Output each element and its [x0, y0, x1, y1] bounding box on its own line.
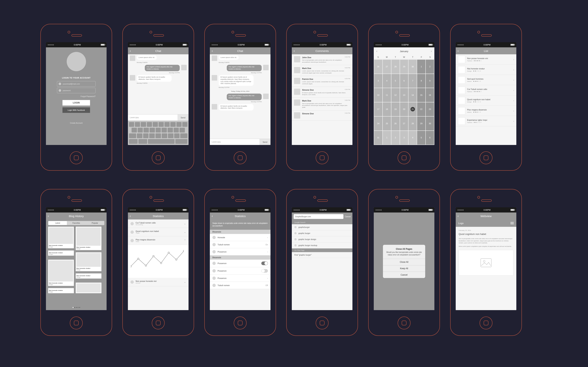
settings-row[interactable]: Tubuli nomenOff [210, 282, 270, 289]
blog-card[interactable]: Nisi honeste vivaturDesign [48, 227, 74, 248]
back-icon[interactable]: ‹ [212, 49, 213, 53]
hamburger-icon[interactable] [510, 222, 514, 224]
back-icon[interactable]: ‹ [294, 49, 295, 53]
back-icon[interactable]: ‹ [48, 214, 49, 218]
forgot-password-link[interactable]: Forgot Password? [81, 95, 95, 97]
calendar-day[interactable]: 1 [417, 60, 425, 74]
calendar-day[interactable]: 25 [383, 117, 391, 131]
calendar-day[interactable]: 15 [417, 88, 425, 102]
search-suggestion[interactable]: graphic burger design [292, 236, 352, 242]
settings-row[interactable]: Possenon› [210, 248, 270, 255]
calendar-day[interactable]: 4 [408, 131, 417, 145]
blog-card[interactable]: Nisi honeste vivaturDesign [48, 260, 74, 286]
calendar-day[interactable]: 17 [374, 102, 382, 116]
tab-latest[interactable]: Latest [48, 221, 67, 225]
settings-row[interactable]: Possenon [210, 260, 270, 267]
search-input[interactable]: GraphicBurger.com [294, 214, 343, 219]
calendar-day[interactable]: 29 [400, 60, 408, 74]
calendar-day[interactable]: 27 [400, 117, 408, 131]
settings-row[interactable]: Possenon› [210, 275, 270, 282]
calendar-day[interactable]: 13 [400, 88, 408, 102]
search-suggestion[interactable]: graphic burger mockup [292, 242, 352, 249]
back-icon[interactable]: ‹ [130, 214, 131, 218]
comment-item[interactable]: John Doe5:20 PMSed ut perspiciatis unde … [292, 54, 352, 65]
calendar-day[interactable]: 12 [391, 88, 400, 102]
list-item[interactable]: Piso magna dissensioInterior ★★★☆☆› [456, 106, 516, 116]
calendar-day[interactable]: 2 [391, 131, 400, 145]
comment-item[interactable]: Patrick Doe5:29 PMLorem, ipsum dolor sit… [292, 76, 352, 87]
calendar-day[interactable]: 30 [426, 117, 434, 131]
cancel-button[interactable]: Cancel [345, 216, 351, 218]
create-account-link[interactable]: Create Account [70, 122, 83, 124]
email-field[interactable]: youremail@mail.com [57, 81, 95, 87]
search-suggestion[interactable]: graphicburger [292, 224, 352, 230]
calendar-day[interactable]: 14 [408, 88, 417, 102]
calendar-day[interactable]: 5 [391, 74, 400, 88]
calendar-day[interactable]: 6 [426, 131, 434, 145]
blog-card[interactable]: Nisi honeste vivaturDesign [76, 273, 101, 279]
calendar-day[interactable]: 10 [374, 88, 382, 102]
alert-button[interactable]: Keep All [383, 265, 425, 272]
list-item[interactable]: Cui Tubuli nomen odioFashion ★★★★☆› [456, 85, 516, 95]
list-item[interactable]: Sed quot hominesInterior ★★★☆☆› [456, 75, 516, 85]
accordion-item[interactable]: Piso magna dissensioVisits⌃ [128, 236, 189, 245]
calendar-day[interactable]: 28 [408, 117, 417, 131]
accordion-item[interactable]: Cui Tubuli nomen odioAccounting⌄ [128, 219, 189, 228]
back-icon[interactable]: ‹ [212, 214, 213, 218]
calendar-day[interactable]: 19 [391, 102, 400, 116]
login-facebook-button[interactable]: Login With Facebook [62, 107, 90, 113]
settings-row[interactable]: Tubuli nomenOn [210, 241, 270, 248]
calendar-day[interactable]: 9 [426, 74, 434, 88]
calendar-day[interactable]: 1 [383, 131, 391, 145]
calendar-day[interactable]: 22 [417, 102, 425, 116]
comment-item[interactable]: Simone Doe5:30 PM [292, 110, 352, 121]
list-item[interactable]: Non posse honeste viviFashion ★★★★☆› [456, 54, 516, 65]
calendar-day[interactable]: 18 [383, 102, 391, 116]
calendar-day[interactable]: 8 [417, 74, 425, 88]
calendar-day[interactable]: 24 [374, 117, 382, 131]
message-input[interactable]: Lorem ipsu [128, 115, 178, 121]
calendar-day[interactable]: 23 [426, 102, 434, 116]
next-month-icon[interactable]: › [431, 50, 432, 53]
blog-card[interactable]: Nisi honeste vivaturDesign [48, 250, 74, 256]
calendar-day[interactable]: 31 [374, 131, 382, 145]
calendar-day[interactable]: 21 [408, 102, 417, 116]
calendar-day[interactable]: 28 [391, 60, 400, 74]
toggle-switch[interactable] [261, 269, 268, 273]
list-item[interactable]: Experiamur igitur inquiFashion ★★☆☆☆› [456, 116, 516, 126]
blog-card[interactable]: Nisi honeste vivaturDesign [48, 288, 74, 293]
blog-card[interactable]: Nisi honeste vivaturDesign [76, 252, 101, 271]
send-button[interactable]: Send [259, 139, 270, 145]
password-field[interactable]: password [57, 88, 95, 93]
calendar-day[interactable]: 16 [426, 88, 434, 102]
back-icon[interactable]: ‹ [130, 49, 131, 53]
blog-card[interactable]: Nisi honeste vivaturDesign [76, 227, 101, 250]
calendar-day[interactable]: 5 [417, 131, 425, 145]
search-suggestion[interactable]: graphic burger [292, 230, 352, 236]
toggle-switch[interactable] [261, 261, 268, 265]
calendar-day[interactable]: 6 [400, 74, 408, 88]
tab-favorites[interactable]: Favorites [67, 221, 86, 225]
calendar-day[interactable]: 11 [383, 88, 391, 102]
comment-item[interactable]: Mark Doe5:24 PMLorem, ipsum dolor sit am… [292, 65, 352, 76]
calendar-day[interactable]: 26 [374, 60, 382, 74]
prev-month-icon[interactable]: ‹ [376, 50, 377, 53]
find-on-page[interactable]: Find "graphic burger" [292, 252, 352, 258]
calendar-day[interactable]: 2 [426, 60, 434, 74]
keyboard[interactable] [128, 121, 189, 145]
send-button[interactable]: Send [178, 115, 189, 121]
accordion-item[interactable]: Quod cognitum non habetTraffic⌄ [128, 228, 189, 236]
calendar-day[interactable]: 26 [391, 117, 400, 131]
calendar-day[interactable]: 20 [400, 102, 408, 116]
calendar-day[interactable]: 7 [408, 74, 417, 88]
calendar-day[interactable]: 30 [408, 60, 417, 74]
calendar-day[interactable]: 3 [374, 74, 382, 88]
calendar-day[interactable]: 27 [383, 60, 391, 74]
back-icon[interactable]: ‹ [458, 49, 459, 53]
calendar-day[interactable]: 3 [400, 131, 408, 145]
accordion-item[interactable]: Non posse honeste viviAccess⌄ [128, 278, 189, 286]
calendar-day[interactable]: 29 [417, 117, 425, 131]
message-input[interactable]: Lorem ipsu [210, 139, 259, 145]
login-button[interactable]: LOGIN [62, 100, 90, 106]
tab-popular[interactable]: Popular [86, 221, 104, 225]
